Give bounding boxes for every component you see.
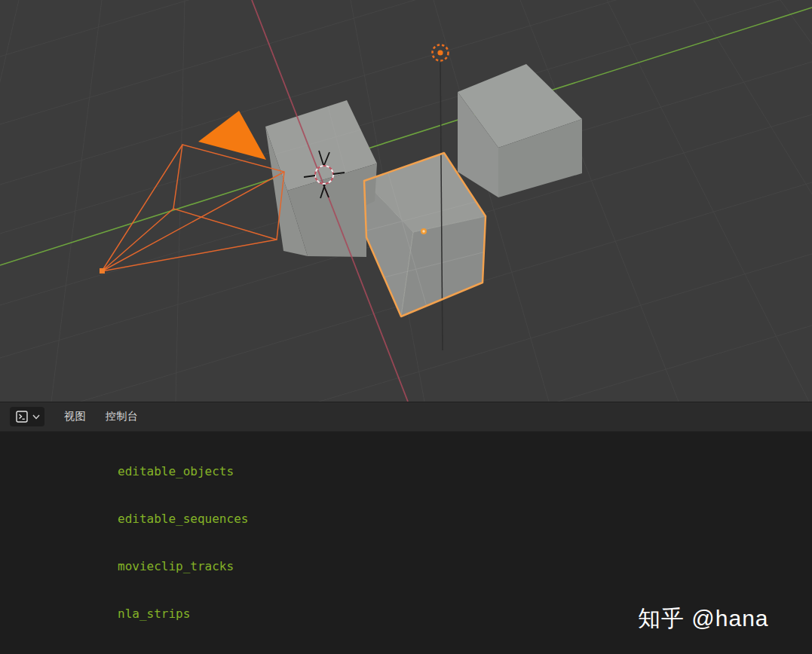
menu-view[interactable]: 视图 — [64, 410, 86, 423]
blender-window: 视图 控制台 editable_objects editable_sequenc… — [0, 0, 812, 654]
watermark: 知乎 @hana — [638, 604, 769, 634]
menu-console[interactable]: 控制台 — [106, 410, 139, 423]
console-list-item: editable_objects — [0, 463, 812, 479]
chevron-down-icon — [32, 414, 40, 420]
editor-type-button[interactable] — [10, 407, 44, 426]
console-list-item: editable_sequences — [0, 511, 812, 527]
origin-dot — [421, 228, 427, 234]
console-icon — [14, 409, 29, 424]
camera-origin-dot — [100, 268, 105, 274]
console-header: 视图 控制台 — [0, 402, 812, 432]
3d-viewport[interactable] — [0, 0, 812, 402]
console-list-item: movieclip_tracks — [0, 558, 812, 574]
